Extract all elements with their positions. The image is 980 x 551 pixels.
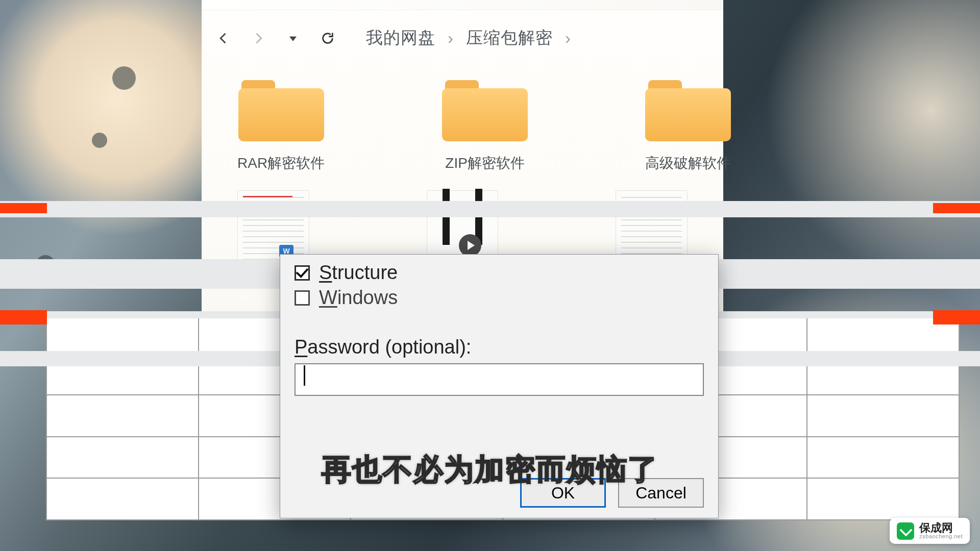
chevron-right-icon: › — [448, 29, 454, 48]
svg-marker-0 — [289, 36, 297, 41]
watermark-name: 保成网 — [919, 522, 963, 534]
video-subtitle: 再也不必为加密而烦恼了 — [322, 450, 658, 490]
folder-icon — [238, 80, 324, 141]
breadcrumb[interactable]: 我的网盘 › 压缩包解密 › — [366, 27, 571, 49]
folder-item[interactable]: ZIP解密软件 — [442, 80, 528, 173]
password-label: Password (optional):Password (optional): — [295, 336, 704, 358]
folder-label: 高级破解软件 — [645, 154, 731, 173]
chevron-right-icon: › — [565, 29, 571, 48]
checkbox-windows-label: WWindowsindows — [319, 287, 398, 309]
glitch-bar — [0, 201, 980, 217]
folder-icon — [645, 80, 731, 141]
breadcrumb-child[interactable]: 压缩包解密 — [466, 27, 553, 49]
drive-nav: 我的网盘 › 压缩包解密 › — [202, 10, 723, 63]
folder-label: RAR解密软件 — [237, 154, 325, 173]
play-icon — [459, 234, 481, 257]
breadcrumb-root[interactable]: 我的网盘 — [366, 27, 435, 49]
folder-icon — [442, 80, 528, 141]
password-input[interactable] — [295, 363, 704, 396]
refresh-icon[interactable] — [317, 28, 338, 49]
glitch-accent — [933, 310, 980, 324]
glitch-accent — [933, 203, 980, 213]
shield-check-icon — [897, 522, 914, 540]
back-icon[interactable] — [213, 28, 234, 49]
glitch-accent — [0, 203, 47, 213]
folder-label: ZIP解密软件 — [445, 154, 525, 173]
checkbox-structure[interactable] — [295, 265, 310, 281]
folder-item[interactable]: 高级破解软件 — [645, 80, 731, 173]
checkbox-windows[interactable] — [295, 290, 310, 306]
text-caret — [304, 365, 305, 386]
forward-icon[interactable] — [248, 28, 269, 49]
dropdown-icon[interactable] — [282, 28, 304, 49]
checkbox-structure-label: SStructuretructure — [319, 262, 398, 284]
watermark-domain: zsbaocheng.net — [919, 534, 963, 540]
watermark-badge: 保成网 zsbaocheng.net — [890, 518, 970, 544]
glitch-accent — [0, 310, 47, 324]
folder-item[interactable]: RAR解密软件 — [237, 80, 325, 173]
